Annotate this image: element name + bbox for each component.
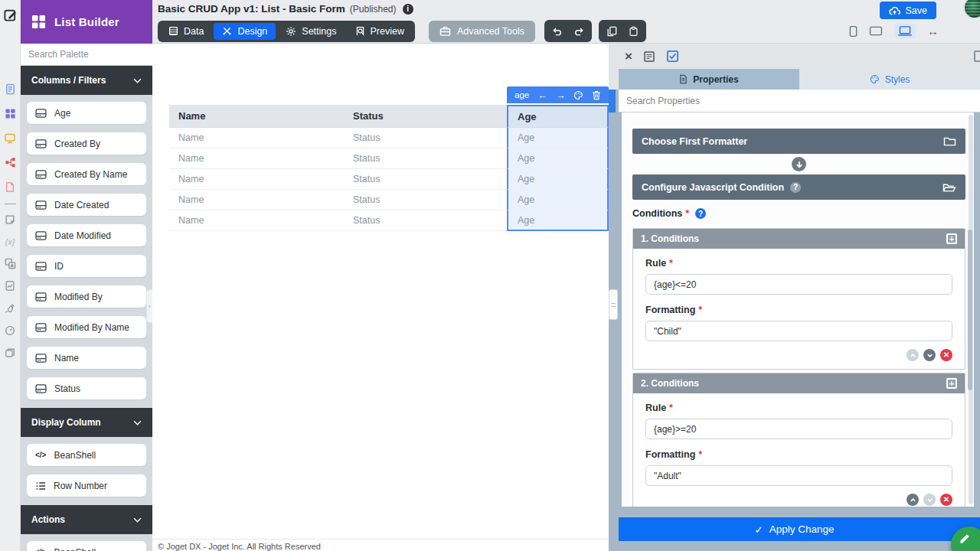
advanced-tools-button[interactable]: Advanced Tools — [429, 21, 535, 42]
form-view-icon[interactable] — [643, 51, 655, 63]
column-header-name[interactable]: Name — [169, 105, 344, 128]
formatting-input[interactable] — [645, 465, 952, 486]
palette-item-label: Modified By Name — [54, 322, 129, 333]
note-icon[interactable] — [0, 209, 21, 230]
folder-closed-icon[interactable] — [943, 136, 956, 147]
column-style-icon[interactable] — [573, 90, 583, 100]
palette-item-label: Row Number — [54, 481, 107, 491]
builder-switcher-rail: {x} — [0, 0, 21, 551]
palette-item-age[interactable]: Age — [27, 102, 146, 124]
apply-change-button[interactable]: ✓ Apply Change — [609, 517, 980, 541]
rule-label-row: Rule* — [645, 403, 952, 413]
help-icon[interactable]: ? — [790, 182, 801, 193]
condition-group-title: 2. Conditions — [641, 378, 699, 389]
add-condition-icon[interactable]: + — [946, 233, 957, 244]
copy-button[interactable] — [601, 22, 622, 40]
add-condition-icon[interactable]: + — [946, 378, 957, 389]
column-header-age[interactable]: Age — [507, 105, 609, 128]
palette-search-input[interactable] — [21, 44, 152, 65]
section-choose-first-formatter[interactable]: Choose First Formatter — [632, 129, 965, 154]
plugin-icon[interactable] — [0, 298, 21, 318]
section-display-column[interactable]: Display Column — [21, 408, 152, 437]
edit-app-icon[interactable] — [0, 5, 21, 25]
tab-settings[interactable]: Settings — [277, 23, 345, 40]
save-button[interactable]: Save — [880, 2, 937, 19]
tab-properties[interactable]: Properties — [619, 69, 799, 90]
palette-item-label: Status — [54, 383, 80, 394]
tab-data[interactable]: Data — [160, 23, 212, 40]
popup-window-icon[interactable] — [0, 342, 21, 363]
palette-item-id[interactable]: ID — [27, 255, 146, 277]
user-avatar[interactable] — [963, 0, 980, 19]
move-down-icon[interactable] — [923, 349, 936, 361]
undo-button[interactable] — [547, 22, 567, 40]
section-actions[interactable]: Actions — [21, 505, 152, 534]
palette-item-created-by[interactable]: Created By — [27, 132, 146, 155]
column-icon — [35, 201, 47, 210]
briefcase-icon — [439, 26, 451, 36]
environment-variable-icon[interactable]: {x} — [0, 231, 21, 252]
column-icon — [35, 231, 47, 240]
move-column-right-icon[interactable]: → — [556, 90, 566, 100]
move-up-icon[interactable] — [906, 494, 919, 506]
userview-builder-icon[interactable] — [0, 128, 21, 148]
chevron-down-icon — [133, 420, 142, 425]
palette-item-date-created[interactable]: Date Created — [27, 194, 146, 216]
palette-item-row-number[interactable]: Row Number — [27, 474, 146, 497]
builder-title: List Builder — [54, 15, 119, 28]
palette-item-modified-by[interactable]: Modified By — [27, 285, 146, 308]
formatting-label: Formatting — [645, 305, 695, 315]
pdf-report-icon[interactable] — [0, 177, 21, 197]
palette-item-date-modified[interactable]: Date Modified — [27, 224, 146, 246]
palette-item-modified-by-name[interactable]: Modified By Name — [27, 316, 146, 338]
palette-item-label: Date Modified — [54, 230, 111, 241]
panel-scrollbar[interactable] — [969, 115, 973, 504]
performance-gauge-icon[interactable] — [0, 320, 21, 341]
cell: Name — [169, 210, 344, 231]
folder-open-icon[interactable] — [942, 182, 956, 193]
close-panel-icon[interactable]: × — [625, 50, 632, 63]
arrow-down-circle-icon[interactable] — [792, 157, 806, 171]
properties-search-input[interactable] — [619, 90, 980, 112]
tab-design[interactable]: Design — [214, 23, 276, 40]
tab-preview[interactable]: Preview — [347, 23, 413, 40]
delete-condition-icon[interactable]: ✕ — [940, 494, 952, 506]
palette-item-beanshell-action[interactable]: </>BeanShell — [27, 541, 146, 551]
column-header-status[interactable]: Status — [344, 105, 507, 128]
phone-preview-button[interactable] — [849, 25, 858, 37]
desktop-preview-button[interactable] — [894, 24, 916, 38]
expand-panel-icon[interactable] — [974, 51, 980, 62]
palette-item-created-by-name[interactable]: Created By Name — [27, 163, 146, 185]
cell: Name — [169, 128, 344, 148]
checkbox-view-icon[interactable] — [666, 50, 679, 63]
localization-icon[interactable] — [0, 253, 21, 274]
panel-scrollbar-thumb[interactable] — [968, 230, 972, 390]
panel-drag-handle[interactable] — [609, 289, 618, 320]
tab-styles[interactable]: Styles — [799, 69, 980, 90]
palette-item-status[interactable]: Status — [27, 377, 146, 399]
formatting-input[interactable] — [645, 321, 952, 341]
sidebar-collapse-handle[interactable]: ‹ — [146, 289, 152, 323]
condition-group-header: 2. Conditions + — [633, 373, 965, 393]
info-icon[interactable]: i — [403, 4, 413, 15]
fit-width-button[interactable]: ↔ — [927, 25, 939, 37]
panel-resizer — [609, 44, 619, 551]
form-builder-icon[interactable] — [0, 79, 21, 99]
section-configure-js-condition[interactable]: Configure Javascript Condition ? — [632, 174, 965, 200]
process-builder-icon[interactable] — [0, 152, 21, 173]
delete-column-icon[interactable] — [592, 90, 601, 100]
report-icon[interactable] — [0, 276, 21, 296]
section-columns-filters[interactable]: Columns / Filters — [21, 66, 152, 95]
move-column-left-icon[interactable]: ← — [537, 90, 547, 100]
palette-item-name[interactable]: Name — [27, 347, 146, 369]
redo-button[interactable] — [569, 22, 590, 40]
delete-condition-icon[interactable]: ✕ — [940, 349, 952, 361]
help-icon[interactable]: ? — [695, 208, 706, 219]
palette-item-beanshell[interactable]: </>BeanShell — [27, 444, 146, 466]
paste-button[interactable] — [623, 22, 644, 40]
list-builder-icon[interactable] — [0, 103, 21, 124]
rule-input[interactable] — [645, 419, 952, 439]
code-icon: </> — [35, 548, 46, 551]
rule-input[interactable] — [645, 274, 952, 295]
tablet-preview-button[interactable] — [869, 26, 883, 36]
